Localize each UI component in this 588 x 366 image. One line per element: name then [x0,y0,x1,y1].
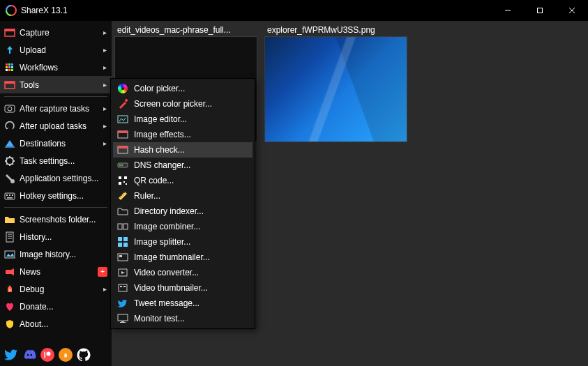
svg-line-31 [13,158,13,158]
chevron-right-icon: ▸ [103,63,107,71]
svg-rect-55 [119,182,121,185]
after-upload-tasks-icon [4,121,15,132]
thumbnail-name: edit_videos_mac-phrase_full... [114,24,257,36]
image-thumbnailer-icon [117,252,128,263]
sidebar-item-screenshots-folder[interactable]: Screenshots folder... [0,211,112,228]
tools-qr-code[interactable]: QR code... [113,173,252,188]
hotkey-settings-icon [4,190,15,201]
about-icon [4,319,15,330]
svg-rect-56 [123,181,125,183]
sidebar-item-label: Donate... [20,302,107,312]
svg-rect-66 [118,243,122,247]
capture-icon [4,27,15,38]
svg-rect-14 [11,66,13,68]
separator [4,96,107,97]
tools-image-combiner[interactable]: Image combiner... [113,219,252,234]
bitcoin-icon[interactable]: ฿ [59,348,73,362]
sidebar-item-application-settings[interactable]: Application settings... [0,169,112,187]
submenu-item-label: Video thumbnailer... [134,283,248,293]
news-icon [4,266,15,277]
application-settings-icon [4,173,15,184]
sidebar-item-tools[interactable]: Tools▸ [0,76,112,93]
thumbnail[interactable]: explorer_fWPRMwU3SS.png [264,24,407,142]
submenu-item-label: Video converter... [134,268,248,277]
window-controls [492,0,588,21]
svg-rect-22 [5,146,15,148]
sidebar-item-about[interactable]: About... [0,315,112,333]
tools-color-picker[interactable]: Color picker... [113,81,252,96]
svg-rect-47 [118,131,128,133]
submenu-item-label: Ruler... [134,191,248,201]
sidebar-item-after-upload-tasks[interactable]: After upload tasks▸ [0,117,112,135]
sidebar-item-label: Task settings... [20,156,107,166]
twitter-icon[interactable] [4,348,18,362]
chevron-right-icon: ▸ [103,122,107,130]
sidebar-item-donate[interactable]: Donate... [0,298,112,315]
tools-monitor-test[interactable]: Monitor test... [113,311,252,326]
svg-rect-37 [7,197,13,199]
svg-rect-78 [45,352,46,358]
submenu-item-label: Tweet message... [134,298,248,308]
sidebar-item-label: Upload [20,45,103,55]
svg-rect-69 [119,255,122,257]
tools-image-splitter[interactable]: Image splitter... [113,234,252,250]
svg-rect-75 [121,321,124,322]
tools-image-editor[interactable]: Image editor... [113,112,252,127]
tools-ruler[interactable]: Ruler... [113,188,252,204]
submenu-item-label: Image editor... [134,114,248,124]
sidebar-item-history[interactable]: History... [0,228,112,245]
sidebar-item-label: Capture [20,28,103,38]
svg-point-77 [47,352,51,356]
tools-screen-color-picker[interactable]: Screen color picker... [113,96,252,112]
sidebar-item-news[interactable]: News+ [0,263,112,280]
patreon-icon[interactable] [40,348,54,362]
svg-point-52 [121,165,123,166]
svg-rect-34 [6,195,8,196]
qr-code-icon [117,175,128,186]
sidebar-item-task-settings[interactable]: Task settings... [0,152,112,169]
discord-icon[interactable] [22,348,36,362]
task-settings-icon [4,155,15,167]
tools-image-effects[interactable]: Image effects... [113,127,252,142]
color-picker-icon [117,83,128,94]
tools-video-converter[interactable]: Video converter... [113,265,252,280]
minimize-button[interactable] [492,0,524,21]
tools-tweet-message[interactable]: Tweet message... [113,296,252,311]
tools-directory-indexer[interactable]: Directory indexer... [113,204,252,219]
submenu-item-label: DNS changer... [134,160,248,170]
sidebar-item-upload[interactable]: Upload▸ [0,41,112,59]
svg-rect-53 [119,176,121,179]
svg-rect-16 [8,69,10,71]
tools-image-thumbnailer[interactable]: Image thumbnailer... [113,250,252,265]
image-splitter-icon [117,236,128,247]
sidebar-item-hotkey-settings[interactable]: Hotkey settings... [0,187,112,204]
video-thumbnailer-icon [117,282,128,293]
separator [4,207,107,208]
maximize-button[interactable] [524,0,556,21]
github-icon[interactable] [77,348,91,362]
directory-indexer-icon [117,206,128,217]
sidebar-item-after-capture-tasks[interactable]: After capture tasks▸ [0,100,112,117]
sidebar-item-debug[interactable]: Debug▸ [0,280,112,298]
sidebar-item-workflows[interactable]: Workflows▸ [0,59,112,76]
image-effects-icon [117,129,128,140]
tools-hash-check[interactable]: Hash check... [113,142,252,158]
svg-rect-67 [123,243,128,247]
svg-rect-10 [8,63,10,66]
sidebar-item-image-history[interactable]: Image history... [0,245,112,263]
sidebar-item-label: Screenshots folder... [20,215,107,224]
chevron-right-icon: ▸ [103,105,107,112]
close-button[interactable] [556,0,588,21]
submenu-item-label: Screen color picker... [134,99,248,109]
submenu-item-label: Color picker... [134,84,248,93]
donate-icon [4,301,15,312]
sidebar-item-capture[interactable]: Capture▸ [0,24,112,41]
tools-dns-changer[interactable]: DNS changer... [113,158,252,173]
tools-video-thumbnailer[interactable]: Video thumbnailer... [113,280,252,296]
svg-rect-35 [9,195,10,196]
ruler-icon [117,190,128,201]
sidebar-item-destinations[interactable]: Destinations▸ [0,135,112,152]
sidebar-item-label: After upload tasks [20,121,103,131]
monitor-test-icon [117,313,128,324]
submenu-item-label: Image splitter... [134,237,248,247]
